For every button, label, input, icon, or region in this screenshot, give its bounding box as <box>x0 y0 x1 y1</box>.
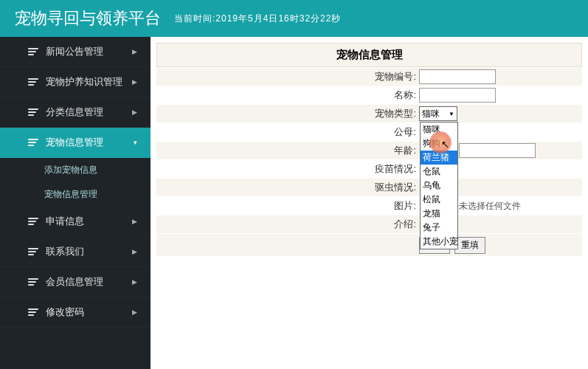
menu-label: 会员信息管理 <box>46 275 103 289</box>
sidebar-item-category[interactable]: 分类信息管理 ▶ <box>0 97 151 128</box>
menu-label: 宠物护养知识管理 <box>46 75 122 89</box>
label-intro: 介绍: <box>156 218 419 231</box>
dropdown-option[interactable]: 荷兰猪 <box>421 151 457 165</box>
sidebar-item-news[interactable]: 新闻公告管理 ▶ <box>0 37 151 67</box>
menu-label: 申请信息 <box>46 215 84 228</box>
dropdown-option[interactable]: 仓鼠 <box>421 165 457 179</box>
menu-label: 分类信息管理 <box>46 106 103 119</box>
chevron-right-icon: ▶ <box>132 108 137 116</box>
menu-label: 新闻公告管理 <box>46 45 103 58</box>
label-vaccine: 疫苗情况: <box>156 162 419 176</box>
chevron-right-icon: ▶ <box>132 218 137 225</box>
sidebar-item-apply[interactable]: 申请信息 ▶ <box>0 207 151 237</box>
chevron-right-icon: ▶ <box>132 278 137 286</box>
stack-icon <box>28 248 38 255</box>
label-age: 年龄: <box>156 144 419 157</box>
name-input[interactable] <box>419 88 496 103</box>
submenu-add-pet[interactable]: 添加宠物信息 <box>0 158 151 182</box>
age-input[interactable] <box>459 143 536 158</box>
dropdown-option[interactable]: 乌龟 <box>421 179 457 193</box>
reset-button[interactable]: 重填 <box>454 237 485 254</box>
dropdown-option[interactable]: 其他小宠 <box>421 235 457 249</box>
label-pet-no: 宠物编号: <box>156 70 419 83</box>
label-type: 宠物类型: <box>156 107 419 120</box>
app-header: 宠物寻回与领养平台 当前时间:2019年5月4日16时32分22秒 <box>0 0 588 37</box>
dropdown-selected: 猫咪 <box>422 108 440 120</box>
sidebar-item-knowledge[interactable]: 宠物护养知识管理 ▶ <box>0 67 151 97</box>
stack-icon <box>28 48 38 55</box>
chevron-right-icon: ▶ <box>132 78 137 86</box>
submenu-manage-pet[interactable]: 宠物信息管理 <box>0 182 151 207</box>
current-time: 当前时间:2019年5月4日16时32分22秒 <box>174 13 341 25</box>
pet-no-input[interactable] <box>419 69 496 84</box>
label-gender: 公母: <box>156 125 419 139</box>
app-title: 宠物寻回与领养平台 <box>15 7 161 30</box>
stack-icon <box>28 218 38 225</box>
label-deworm: 驱虫情况: <box>156 181 419 194</box>
stack-icon <box>28 139 38 146</box>
main-content: 宠物信息管理 宠物编号: 名称: 宠物类型: 猫咪 ▼ 猫咪 狗狗 <box>151 37 588 369</box>
chevron-right-icon: ▶ <box>132 48 137 55</box>
sidebar-item-password[interactable]: 修改密码 ▶ <box>0 297 151 328</box>
dropdown-option[interactable]: 松鼠 <box>421 193 457 207</box>
label-image: 图片: <box>156 199 419 213</box>
panel-title: 宠物信息管理 <box>156 43 582 67</box>
label-name: 名称: <box>156 89 419 102</box>
stack-icon <box>28 308 38 316</box>
menu-label: 联系我们 <box>46 245 84 258</box>
menu-label: 修改密码 <box>46 306 84 319</box>
chevron-right-icon: ▶ <box>132 308 137 316</box>
stack-icon <box>28 78 38 86</box>
dropdown-option[interactable]: 猫咪 <box>421 123 457 137</box>
chevron-right-icon: ▶ <box>132 248 137 255</box>
stack-icon <box>28 108 38 116</box>
caret-down-icon: ▼ <box>449 111 454 117</box>
dropdown-option[interactable]: 兔子 <box>421 221 457 235</box>
dropdown-option[interactable]: 龙猫 <box>421 207 457 221</box>
submenu-pet-info: 添加宠物信息 宠物信息管理 <box>0 158 151 207</box>
menu-label: 宠物信息管理 <box>46 136 103 149</box>
sidebar-item-pet-info[interactable]: 宠物信息管理 ▾ <box>0 128 151 158</box>
sidebar-item-member[interactable]: 会员信息管理 ▶ <box>0 267 151 297</box>
pet-type-select[interactable]: 猫咪 ▼ 猫咪 狗狗 荷兰猪 仓鼠 乌龟 松鼠 龙猫 兔子 其他小宠 <box>419 106 457 121</box>
chevron-down-icon: ▾ <box>134 139 137 146</box>
stack-icon <box>28 278 38 286</box>
sidebar-item-contact[interactable]: 联系我们 ▶ <box>0 237 151 267</box>
dropdown-option[interactable]: 狗狗 <box>421 137 457 151</box>
pet-type-dropdown-list: 猫咪 狗狗 荷兰猪 仓鼠 乌龟 松鼠 龙猫 兔子 其他小宠 <box>420 122 458 249</box>
sidebar-nav: 新闻公告管理 ▶ 宠物护养知识管理 ▶ 分类信息管理 ▶ 宠物信息管理 ▾ 添加… <box>0 37 151 369</box>
